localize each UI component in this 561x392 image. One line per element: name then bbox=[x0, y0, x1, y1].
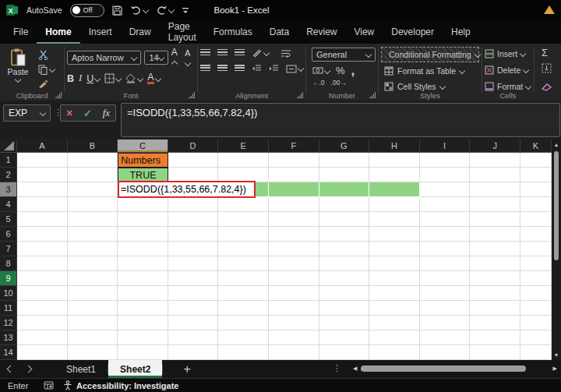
cell-D12[interactable] bbox=[168, 316, 219, 330]
grow-font-button[interactable]: A bbox=[171, 47, 182, 69]
cell-G2[interactable] bbox=[319, 168, 370, 182]
cell-C13[interactable] bbox=[118, 330, 168, 345]
font-name-select[interactable]: Aptos Narrow bbox=[67, 51, 141, 65]
cell-J7[interactable] bbox=[470, 242, 520, 256]
cell-D8[interactable] bbox=[168, 256, 219, 271]
cell-K7[interactable] bbox=[520, 242, 552, 256]
cell-A11[interactable] bbox=[17, 301, 68, 316]
cell-G1[interactable] bbox=[319, 153, 370, 168]
borders-button[interactable] bbox=[104, 73, 121, 83]
cell-D10[interactable] bbox=[168, 286, 219, 301]
cell-C7[interactable] bbox=[118, 242, 168, 256]
cell-J2[interactable] bbox=[470, 168, 520, 182]
next-sheet-icon[interactable] bbox=[25, 366, 33, 373]
scroll-up-icon[interactable]: ▲ bbox=[552, 142, 561, 147]
cell-A10[interactable] bbox=[17, 286, 68, 301]
cell-A14[interactable] bbox=[17, 345, 68, 360]
cell-I4[interactable] bbox=[420, 197, 471, 212]
shrink-font-button[interactable]: A bbox=[185, 48, 195, 67]
cell-F13[interactable] bbox=[269, 330, 319, 345]
increase-decimal-button[interactable]: ←.0 bbox=[312, 79, 325, 87]
cell-I9[interactable] bbox=[420, 271, 471, 286]
cell-C4[interactable] bbox=[118, 197, 168, 212]
ribbon-tab-insert[interactable]: Insert bbox=[80, 20, 121, 44]
delete-cells-button[interactable]: Delete bbox=[485, 63, 531, 77]
cell-C1[interactable]: Numbers bbox=[118, 153, 168, 168]
row-header-13[interactable]: 13 bbox=[0, 330, 16, 345]
cell-K10[interactable] bbox=[520, 286, 552, 301]
ribbon-tab-home[interactable]: Home bbox=[37, 20, 79, 44]
cell-B6[interactable] bbox=[68, 227, 118, 242]
italic-button[interactable]: I bbox=[79, 72, 82, 84]
align-right-button[interactable] bbox=[235, 65, 245, 72]
column-header-b[interactable]: B bbox=[68, 139, 118, 152]
fill-color-button[interactable] bbox=[125, 73, 143, 83]
column-header-j[interactable]: J bbox=[470, 139, 520, 152]
cell-F3[interactable] bbox=[269, 182, 319, 197]
cell-K2[interactable] bbox=[520, 168, 552, 182]
merge-center-button[interactable] bbox=[286, 65, 303, 73]
orientation-button[interactable] bbox=[252, 48, 269, 58]
worksheet-grid[interactable]: 1234567891011121314 NumbersTRUE=ISODD({1… bbox=[0, 153, 552, 360]
column-header-d[interactable]: D bbox=[168, 139, 219, 152]
undo-dropdown-icon[interactable] bbox=[142, 7, 148, 13]
scroll-left-icon[interactable]: ◀ bbox=[353, 366, 357, 372]
cell-J1[interactable] bbox=[470, 153, 520, 168]
cell-G5[interactable] bbox=[319, 212, 370, 227]
cell-A9[interactable] bbox=[17, 271, 68, 286]
row-header-7[interactable]: 7 bbox=[0, 242, 16, 256]
ribbon-tab-formulas[interactable]: Formulas bbox=[205, 20, 261, 44]
ribbon-tab-draw[interactable]: Draw bbox=[121, 20, 160, 44]
cell-A2[interactable] bbox=[17, 168, 68, 182]
cell-H9[interactable] bbox=[369, 271, 420, 286]
cell-F5[interactable] bbox=[269, 212, 319, 227]
redo-dropdown-icon[interactable] bbox=[168, 7, 174, 13]
ribbon-tab-file[interactable]: File bbox=[5, 20, 37, 44]
column-header-f[interactable]: F bbox=[269, 139, 319, 152]
column-header-g[interactable]: G bbox=[319, 139, 370, 152]
cell-F9[interactable] bbox=[269, 271, 319, 286]
font-dialog-launcher[interactable] bbox=[189, 92, 195, 98]
save-button[interactable] bbox=[112, 5, 122, 16]
cell-B4[interactable] bbox=[68, 197, 118, 212]
fill-button[interactable] bbox=[542, 62, 561, 76]
cell-H10[interactable] bbox=[369, 286, 420, 301]
cell-A8[interactable] bbox=[17, 256, 68, 271]
cell-G4[interactable] bbox=[319, 197, 370, 212]
sheet-options-icon[interactable]: ⋮ bbox=[333, 363, 341, 373]
cell-G11[interactable] bbox=[319, 301, 370, 316]
sheet-tab-sheet1[interactable]: Sheet1 bbox=[55, 360, 108, 378]
copy-button[interactable] bbox=[38, 64, 55, 75]
cell-A3[interactable] bbox=[17, 182, 68, 197]
clipboard-dialog-launcher[interactable] bbox=[55, 92, 62, 98]
cell-I3[interactable] bbox=[420, 182, 471, 197]
cell-G6[interactable] bbox=[319, 227, 370, 242]
cell-C10[interactable] bbox=[118, 286, 168, 301]
cell-K14[interactable] bbox=[520, 345, 552, 360]
row-header-4[interactable]: 4 bbox=[0, 197, 16, 212]
cell-C14[interactable] bbox=[118, 345, 168, 360]
cell-J5[interactable] bbox=[470, 212, 520, 227]
row-header-1[interactable]: 1 bbox=[0, 153, 16, 168]
select-all-button[interactable] bbox=[0, 139, 17, 152]
row-header-10[interactable]: 10 bbox=[0, 286, 16, 301]
column-header-a[interactable]: A bbox=[17, 139, 68, 152]
autosum-button[interactable]: Σ bbox=[542, 47, 561, 58]
cell-F11[interactable] bbox=[269, 301, 319, 316]
cell-B1[interactable] bbox=[68, 153, 118, 168]
row-header-9[interactable]: 9 bbox=[0, 271, 16, 286]
column-header-k[interactable]: K bbox=[520, 139, 552, 152]
align-top-button[interactable] bbox=[200, 49, 210, 57]
cell-E6[interactable] bbox=[218, 227, 269, 242]
copy-dropdown-icon[interactable] bbox=[49, 66, 55, 72]
prev-sheet-icon[interactable] bbox=[7, 366, 15, 373]
cell-D6[interactable] bbox=[168, 227, 219, 242]
align-middle-button[interactable] bbox=[217, 49, 228, 57]
cell-C6[interactable] bbox=[118, 227, 168, 242]
cell-F4[interactable] bbox=[269, 197, 319, 212]
cell-H7[interactable] bbox=[369, 242, 420, 256]
cell-H14[interactable] bbox=[369, 345, 420, 360]
align-bottom-button[interactable] bbox=[235, 49, 245, 57]
column-header-i[interactable]: I bbox=[420, 139, 471, 152]
cell-F8[interactable] bbox=[269, 256, 319, 271]
